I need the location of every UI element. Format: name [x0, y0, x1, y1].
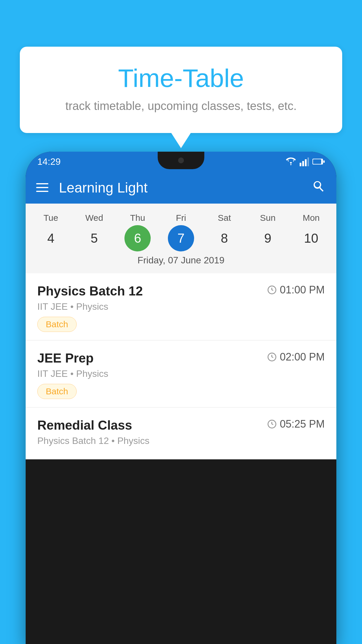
notch: [158, 152, 204, 169]
class-meta-1: IIT JEE • Physics: [37, 301, 325, 312]
days-numbers: 4 5 6 7 8 9 10: [26, 225, 336, 251]
class-time-text-2: 02:00 PM: [280, 351, 325, 363]
svg-rect-1: [302, 161, 304, 166]
batch-badge-2: Batch: [37, 384, 77, 399]
class-item-2[interactable]: JEE Prep 02:00 PM IIT JEE • Physics Batc…: [26, 340, 336, 407]
class-meta-2: IIT JEE • Physics: [37, 368, 325, 379]
day-name-sun: Sun: [246, 211, 289, 225]
class-name-3: Remedial Class: [37, 418, 132, 433]
camera-dot: [178, 158, 184, 163]
day-name-sat: Sat: [203, 211, 246, 225]
class-meta-3: Physics Batch 12 • Physics: [37, 435, 325, 446]
battery-icon: [312, 158, 325, 165]
tooltip-title: Time-Table: [43, 64, 319, 92]
day-8[interactable]: 8: [211, 225, 238, 251]
menu-button[interactable]: [36, 183, 48, 192]
class-name-2: JEE Prep: [37, 351, 94, 365]
tooltip-card: Time-Table track timetable, upcoming cla…: [20, 47, 342, 133]
batch-badge-1: Batch: [37, 317, 77, 332]
day-name-tue: Tue: [29, 211, 73, 225]
class-name-1: Physics Batch 12: [37, 284, 143, 298]
signal-icon: [300, 157, 309, 166]
day-name-fri: Fri: [159, 211, 203, 225]
svg-rect-2: [305, 159, 307, 166]
status-icons: [286, 157, 325, 166]
menu-line-1: [36, 183, 48, 184]
class-item-header-3: Remedial Class 05:25 PM: [37, 418, 325, 433]
menu-line-2: [36, 187, 48, 188]
clock-icon-2: [267, 352, 277, 362]
svg-rect-3: [307, 158, 309, 166]
class-time-text-3: 05:25 PM: [280, 418, 325, 430]
day-6-today[interactable]: 6: [124, 225, 151, 251]
svg-rect-5: [313, 159, 321, 164]
wifi-icon: [286, 158, 296, 166]
class-list: Physics Batch 12 01:00 PM IIT JEE • Phys…: [26, 273, 336, 459]
app-title: Learning Light: [59, 180, 301, 196]
app-bar: Learning Light: [26, 172, 336, 204]
day-7-selected[interactable]: 7: [168, 225, 194, 251]
class-item-1[interactable]: Physics Batch 12 01:00 PM IIT JEE • Phys…: [26, 273, 336, 340]
search-button[interactable]: [312, 179, 326, 196]
menu-line-3: [36, 191, 48, 192]
class-time-3: 05:25 PM: [267, 418, 325, 430]
days-header: Tue Wed Thu Fri Sat Sun Mon: [26, 211, 336, 225]
day-name-thu: Thu: [116, 211, 159, 225]
svg-rect-6: [323, 160, 325, 163]
day-9[interactable]: 9: [255, 225, 281, 251]
clock-icon-3: [267, 419, 277, 429]
clock-icon-1: [267, 285, 277, 295]
day-4[interactable]: 4: [38, 225, 64, 251]
day-name-mon: Mon: [289, 211, 333, 225]
class-time-1: 01:00 PM: [267, 284, 325, 296]
day-5[interactable]: 5: [81, 225, 107, 251]
class-time-2: 02:00 PM: [267, 351, 325, 363]
day-10[interactable]: 10: [298, 225, 324, 251]
class-time-text-1: 01:00 PM: [280, 284, 325, 296]
day-name-wed: Wed: [73, 211, 116, 225]
status-time: 14:29: [37, 156, 61, 167]
tooltip-subtitle: track timetable, upcoming classes, tests…: [43, 99, 319, 113]
status-bar: 14:29: [26, 152, 336, 172]
class-item-header-2: JEE Prep 02:00 PM: [37, 351, 325, 365]
class-item-3[interactable]: Remedial Class 05:25 PM Physics Batch 12…: [26, 407, 336, 459]
class-item-header-1: Physics Batch 12 01:00 PM: [37, 284, 325, 298]
selected-date-label: Friday, 07 June 2019: [26, 251, 336, 271]
calendar-strip: Tue Wed Thu Fri Sat Sun Mon 4 5 6 7 8 9 …: [26, 204, 336, 273]
svg-rect-0: [300, 163, 301, 166]
phone-mockup: 14:29: [26, 152, 336, 644]
